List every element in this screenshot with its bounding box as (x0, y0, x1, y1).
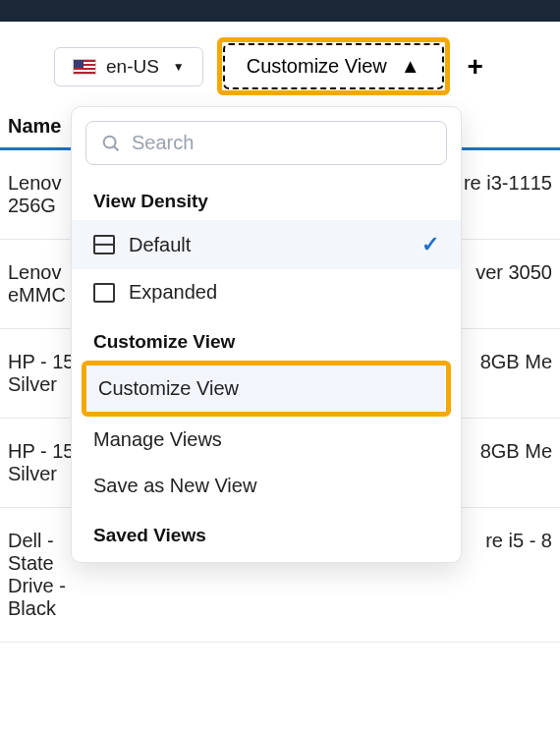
menu-item-label: Customize View (98, 377, 239, 399)
toolbar: en-US ▼ Customize View ▲ + (0, 22, 560, 111)
customize-view-panel: View Density Default ✓ Expanded Customiz… (71, 106, 462, 563)
menu-item-save-as-new-view[interactable]: Save as New View (72, 463, 461, 509)
us-flag-icon (73, 59, 96, 75)
column-header-name[interactable]: Name (8, 115, 61, 137)
search-input[interactable] (132, 132, 432, 154)
density-option-label: Default (129, 234, 191, 256)
menu-item-customize-view[interactable]: Customize View (86, 366, 446, 412)
density-option-label: Expanded (129, 281, 217, 304)
chevron-up-icon: ▲ (401, 55, 420, 78)
customize-view-button[interactable]: Customize View ▲ (223, 43, 444, 89)
svg-point-0 (104, 136, 116, 147)
cell-name: Lenov eMMC (8, 261, 66, 307)
plus-icon: + (468, 51, 483, 82)
cell-spec: ver 3050 (476, 261, 552, 307)
cell-name: Lenov 256G (8, 172, 62, 217)
app-topbar (0, 0, 560, 22)
search-field[interactable] (85, 121, 447, 165)
density-expanded-icon (93, 283, 115, 303)
section-title-saved-views: Saved Views (72, 509, 461, 554)
cell-name: HP - 15 Silver (8, 351, 74, 396)
density-option-expanded[interactable]: Expanded (72, 269, 461, 315)
check-icon: ✓ (421, 232, 439, 257)
chevron-down-icon: ▼ (173, 60, 185, 74)
cell-spec: re i5 - 8 (485, 530, 552, 620)
menu-item-manage-views[interactable]: Manage Views (72, 417, 461, 463)
menu-item-label: Manage Views (93, 428, 222, 450)
customize-view-highlight: Customize View ▲ (217, 37, 450, 95)
locale-label: en-US (106, 56, 159, 78)
cell-spec: 8GB Me (480, 351, 552, 396)
density-option-default[interactable]: Default ✓ (72, 220, 461, 269)
menu-item-label: Save as New View (93, 475, 256, 496)
section-title-view-density: View Density (72, 175, 461, 220)
search-icon (100, 133, 122, 154)
cell-spec: 8GB Me (480, 440, 552, 485)
section-title-customize-view: Customize View (72, 315, 461, 361)
svg-line-1 (114, 145, 118, 149)
customize-view-label: Customize View (247, 55, 387, 78)
cell-spec: re i3-1115 (464, 172, 552, 217)
add-button[interactable]: + (468, 51, 483, 83)
density-default-icon (93, 235, 115, 254)
locale-selector[interactable]: en-US ▼ (54, 47, 203, 86)
cell-name: HP - 15 Silver (8, 440, 74, 485)
customize-view-item-highlight: Customize View (82, 361, 451, 417)
